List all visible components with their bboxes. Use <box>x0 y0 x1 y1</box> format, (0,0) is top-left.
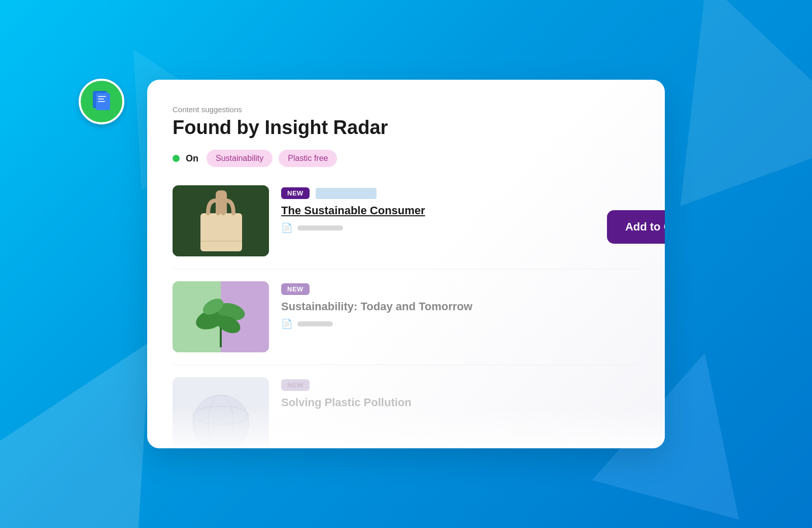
status-row: On Sustainability Plastic free <box>173 150 639 167</box>
svg-rect-2 <box>98 96 106 97</box>
thumbnail-1 <box>173 185 269 256</box>
badge-new-1: NEW <box>281 187 310 199</box>
app-logo-icon <box>89 89 114 114</box>
meta-bar-1 <box>297 225 343 230</box>
item-title-3: Solving Plastic Pollution <box>281 396 639 409</box>
globe-image <box>173 377 269 448</box>
tag-plastic-free[interactable]: Plastic free <box>279 150 337 167</box>
plant-image <box>173 281 269 352</box>
content-item-1: NEW The Sustainable Consumer 📄 Add to Co… <box>173 185 639 269</box>
item-title-1[interactable]: The Sustainable Consumer <box>281 204 639 217</box>
item-title-2[interactable]: Sustainability: Today and Tomorrow <box>281 300 639 313</box>
content-suggestions-label: Content suggestions <box>173 105 639 114</box>
badge-new-2: NEW <box>281 283 310 295</box>
item-meta-2: 📄 <box>281 318 639 329</box>
item-meta-1: 📄 <box>281 222 639 234</box>
item-badges-2: NEW <box>281 283 639 295</box>
card-content: Content suggestions Found by Insight Rad… <box>173 105 639 448</box>
content-item-2: NEW Sustainability: Today and Tomorrow 📄 <box>173 281 639 365</box>
svg-rect-4 <box>98 101 105 102</box>
doc-icon-2: 📄 <box>281 318 292 329</box>
tote-bag-image <box>173 185 269 256</box>
svg-rect-7 <box>200 213 242 251</box>
item-info-1: NEW The Sustainable Consumer 📄 <box>281 185 639 234</box>
add-to-collection-button[interactable]: Add to Collection <box>607 210 665 244</box>
content-item-3: NEW Solving Plastic Pollution <box>173 377 639 448</box>
badge-new-3: NEW <box>281 379 310 391</box>
item-info-2: NEW Sustainability: Today and Tomorrow 📄 <box>281 281 639 329</box>
item-badges-1: NEW <box>281 187 639 199</box>
doc-icon-1: 📄 <box>281 222 292 234</box>
tag-sustainability[interactable]: Sustainability <box>207 150 273 167</box>
thumbnail-2 <box>173 281 269 352</box>
status-dot-icon <box>173 155 180 162</box>
main-card: Content suggestions Found by Insight Rad… <box>147 80 665 448</box>
status-on-label: On <box>186 153 198 164</box>
badge-source-1 <box>316 188 377 199</box>
item-info-3: NEW Solving Plastic Pollution <box>281 377 639 414</box>
svg-rect-3 <box>98 98 104 100</box>
meta-bar-2 <box>297 321 333 326</box>
item-badges-3: NEW <box>281 379 639 391</box>
app-icon <box>79 79 124 124</box>
thumbnail-3 <box>173 377 269 448</box>
page-title: Found by Insight Radar <box>173 117 639 139</box>
